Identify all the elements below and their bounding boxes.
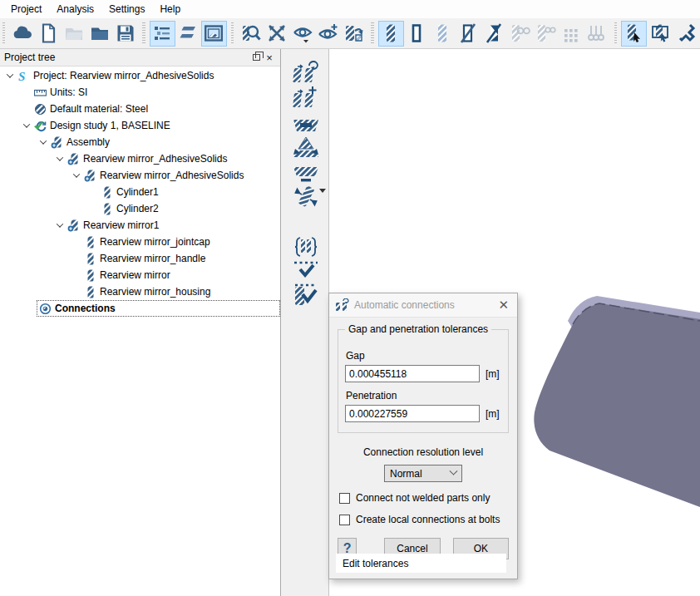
mirror-body bbox=[534, 303, 700, 507]
weld-button[interactable] bbox=[291, 135, 321, 160]
tree-item-handle[interactable]: Rearview mirror_handle bbox=[0, 250, 280, 267]
cloud-button[interactable] bbox=[9, 21, 35, 47]
open-folder-button[interactable] bbox=[86, 21, 112, 47]
expander[interactable] bbox=[3, 69, 17, 82]
show-all-button[interactable] bbox=[315, 21, 341, 47]
penetration-label: Penetration bbox=[346, 390, 501, 401]
new-project-button[interactable] bbox=[35, 21, 61, 47]
gap-input[interactable] bbox=[345, 365, 480, 382]
tree-item-subassembly[interactable]: Rearview mirror_AdhesiveSolids bbox=[0, 167, 280, 184]
menu-bar: Project Analysis Settings Help bbox=[0, 0, 700, 18]
spot-welds-disabled-icon bbox=[586, 22, 608, 44]
box-select-button[interactable] bbox=[647, 21, 673, 47]
isolate-part-button[interactable] bbox=[341, 21, 367, 47]
tolerances-groupbox: Gap and penetration tolerances Gap [m] P… bbox=[338, 329, 509, 433]
toolbar-drag-handle[interactable] bbox=[371, 22, 373, 44]
toolbar-drag-handle[interactable] bbox=[231, 22, 234, 44]
toolbar-drag-handle[interactable] bbox=[142, 22, 145, 44]
add-part-partial-icon bbox=[675, 22, 697, 44]
review-connections-button-disabled[interactable] bbox=[507, 21, 533, 47]
part-icon bbox=[83, 269, 96, 282]
expander[interactable] bbox=[53, 219, 67, 232]
local-bolts-checkbox-row[interactable]: Create local connections at bolts bbox=[339, 514, 509, 525]
add-part-button-partial[interactable] bbox=[673, 21, 698, 47]
toolbar-group-file bbox=[7, 18, 140, 48]
tolerances-group-label: Gap and penetration tolerances bbox=[345, 323, 491, 335]
project-tree-toggle-button[interactable] bbox=[150, 21, 175, 47]
dialog-status-bar: Edit tolerances bbox=[336, 554, 506, 573]
display-hide-outline-icon bbox=[457, 22, 479, 44]
review-connections-button[interactable] bbox=[291, 257, 321, 282]
tree-item-jointcap[interactable]: Rearview mirror_jointcap bbox=[0, 234, 280, 250]
tree-item-cylinder2[interactable]: Cylinder2 bbox=[0, 200, 280, 217]
tree-item-design-study[interactable]: Design study 1, BASELINE bbox=[0, 117, 280, 134]
part-icon bbox=[83, 286, 96, 298]
gap-label: Gap bbox=[346, 350, 501, 362]
menu-project[interactable]: Project bbox=[3, 1, 49, 17]
display-solid-button[interactable] bbox=[378, 21, 404, 47]
cloud-icon bbox=[12, 22, 33, 44]
dialog-close-button[interactable]: ✕ bbox=[495, 298, 511, 313]
toolbar-drag-handle[interactable] bbox=[2, 22, 5, 44]
menu-help[interactable]: Help bbox=[152, 1, 188, 17]
grid-button-disabled[interactable] bbox=[559, 21, 584, 47]
tree-item-housing[interactable]: Rearview mirror_housing bbox=[0, 283, 280, 300]
expander[interactable] bbox=[53, 152, 67, 165]
review-part-connections-button[interactable] bbox=[291, 282, 321, 307]
automatic-connections-button[interactable] bbox=[291, 60, 321, 85]
automatic-connections-dialog: Automatic connections ✕ Gap and penetrat… bbox=[328, 293, 518, 579]
not-welded-checkbox[interactable] bbox=[339, 493, 350, 504]
local-bolts-label: Create local connections at bolts bbox=[356, 514, 500, 525]
dialog-body: Gap and penetration tolerances Gap [m] P… bbox=[329, 318, 517, 580]
expander[interactable] bbox=[70, 169, 83, 182]
panel-close-button[interactable]: × bbox=[263, 52, 276, 64]
new-file-icon bbox=[37, 22, 59, 44]
connections-icon bbox=[38, 303, 52, 315]
menu-settings[interactable]: Settings bbox=[101, 1, 152, 17]
spot-welds-button-disabled[interactable] bbox=[584, 21, 610, 47]
open-project-button-disabled[interactable] bbox=[61, 21, 86, 47]
add-connections-button[interactable] bbox=[291, 85, 321, 110]
simsolid-logo-icon: S bbox=[17, 70, 30, 82]
menu-analysis[interactable]: Analysis bbox=[49, 1, 101, 17]
find-part-button[interactable] bbox=[238, 21, 264, 47]
pick-part-button[interactable] bbox=[621, 21, 647, 47]
hide-outline-button[interactable] bbox=[456, 21, 481, 47]
review-bolts-button-disabled[interactable] bbox=[533, 21, 559, 47]
bolt-tightening-button[interactable] bbox=[291, 185, 321, 209]
eye-plus-icon bbox=[318, 22, 339, 44]
local-bolts-checkbox[interactable] bbox=[339, 515, 350, 525]
save-button[interactable] bbox=[112, 21, 138, 47]
resolution-dropdown[interactable]: Normal bbox=[384, 465, 462, 482]
tree-item-assembly[interactable]: Assembly bbox=[0, 134, 280, 150]
render-image-icon bbox=[203, 22, 224, 44]
tree-item-project[interactable]: S Project: Rearview mirror_AdhesiveSolid… bbox=[0, 67, 280, 84]
hide-solid-button[interactable] bbox=[481, 21, 507, 47]
expander[interactable] bbox=[20, 119, 33, 132]
toolbar-group-display bbox=[377, 18, 612, 48]
remove-connections-button[interactable] bbox=[291, 162, 321, 187]
display-outline-button[interactable] bbox=[404, 21, 430, 47]
bolt-tightening-menu-caret[interactable] bbox=[319, 193, 328, 201]
expander[interactable] bbox=[37, 135, 50, 149]
tree-item-mirror[interactable]: Rearview mirror bbox=[0, 267, 280, 283]
tree-item-rearview-mirror1[interactable]: Rearview mirror1 bbox=[0, 217, 280, 234]
remove-band-icon bbox=[292, 165, 320, 184]
display-transparent-button[interactable] bbox=[430, 21, 456, 47]
not-welded-checkbox-row[interactable]: Connect not welded parts only bbox=[339, 492, 509, 504]
tree-item-units[interactable]: Units: SI bbox=[0, 84, 280, 101]
dialog-titlebar[interactable]: Automatic connections ✕ bbox=[329, 293, 517, 318]
render-view-button[interactable] bbox=[201, 21, 227, 47]
connection-group-button[interactable] bbox=[291, 234, 321, 259]
tree-item-cylinder1[interactable]: Cylinder1 bbox=[0, 184, 280, 200]
tree-item-subassembly[interactable]: Rearview mirror_AdhesiveSolids bbox=[0, 150, 280, 167]
show-hide-menu-button[interactable] bbox=[289, 21, 315, 47]
tree-item-connections[interactable]: Connections bbox=[0, 300, 280, 317]
fit-view-button[interactable] bbox=[264, 21, 289, 47]
comments-button[interactable] bbox=[175, 21, 201, 47]
tree-item-default-material[interactable]: Default material: Steel bbox=[0, 101, 280, 117]
penetration-input[interactable] bbox=[345, 405, 480, 422]
design-study-icon bbox=[33, 120, 47, 132]
panel-float-button[interactable] bbox=[249, 52, 263, 64]
toolbar-drag-handle[interactable] bbox=[614, 22, 617, 44]
